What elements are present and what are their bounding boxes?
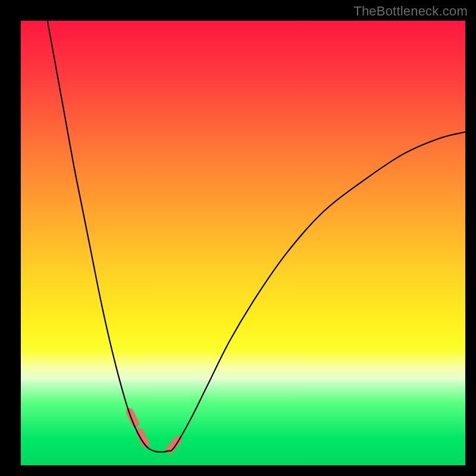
accent-right — [170, 436, 181, 449]
watermark-text: TheBottleneck.com — [353, 4, 468, 19]
accent-left — [130, 412, 148, 447]
chart-frame: TheBottleneck.com — [0, 0, 476, 476]
curve-layer — [21, 21, 465, 465]
bottleneck-curve — [48, 21, 465, 452]
plot-area — [21, 21, 465, 465]
